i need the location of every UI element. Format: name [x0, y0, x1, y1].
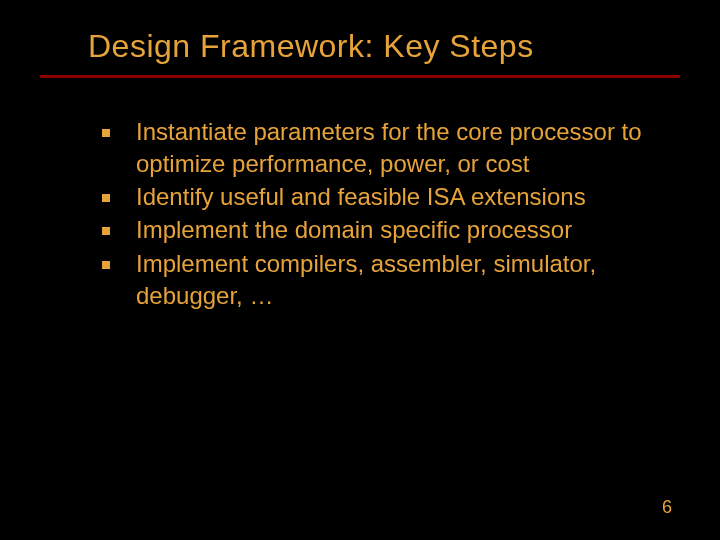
bullet-text: Instantiate parameters for the core proc…: [136, 116, 668, 180]
list-item: Implement the domain specific processor: [102, 214, 668, 246]
list-item: Instantiate parameters for the core proc…: [102, 116, 668, 180]
bullet-icon: [102, 129, 110, 137]
bullet-icon: [102, 227, 110, 235]
bullet-icon: [102, 194, 110, 202]
list-item: Identify useful and feasible ISA extensi…: [102, 181, 668, 213]
bullet-text: Implement compilers, assembler, simulato…: [136, 248, 668, 312]
slide: Design Framework: Key Steps Instantiate …: [0, 0, 720, 540]
bullet-list: Instantiate parameters for the core proc…: [40, 78, 680, 312]
bullet-icon: [102, 261, 110, 269]
bullet-text: Implement the domain specific processor: [136, 214, 572, 246]
page-number: 6: [662, 497, 672, 518]
slide-title: Design Framework: Key Steps: [40, 28, 680, 75]
bullet-text: Identify useful and feasible ISA extensi…: [136, 181, 586, 213]
list-item: Implement compilers, assembler, simulato…: [102, 248, 668, 312]
